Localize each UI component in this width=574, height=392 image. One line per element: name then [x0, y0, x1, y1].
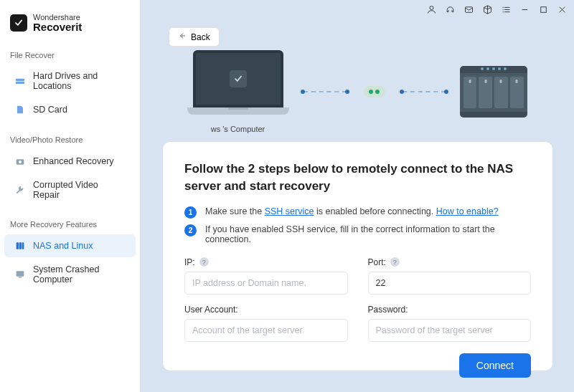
help-icon[interactable]: ?	[390, 257, 400, 267]
svg-point-9	[430, 6, 433, 9]
connect-button[interactable]: Connect	[459, 353, 531, 378]
arrow-left-icon	[178, 32, 187, 42]
minimize-icon[interactable]	[518, 3, 531, 16]
connection-line	[403, 91, 446, 92]
user-icon[interactable]	[425, 3, 438, 16]
ip-input[interactable]	[184, 272, 348, 295]
back-button[interactable]: Back	[169, 27, 220, 47]
svg-rect-1	[16, 81, 24, 83]
sidebar-item-corrupted-video[interactable]: Corrupted Video Repair	[4, 174, 136, 206]
how-to-enable-link[interactable]: How to enable?	[436, 206, 499, 216]
svg-rect-8	[19, 277, 22, 277]
user-input[interactable]	[184, 319, 348, 342]
ip-field-group: IP:?	[184, 257, 348, 295]
maximize-icon[interactable]	[537, 3, 550, 16]
connection-line	[304, 91, 347, 92]
panel-heading: Follow the 2 steps below to remotely con…	[184, 161, 531, 195]
svg-rect-5	[19, 242, 22, 249]
computer-label: ws 's Computer	[187, 125, 289, 133]
hdd-icon	[14, 75, 26, 87]
cube-icon[interactable]	[481, 3, 494, 16]
illustration-stage: ws 's Computer	[140, 0, 574, 142]
port-label: Port:	[368, 257, 386, 267]
main: Back ws 's Computer	[140, 0, 574, 392]
connection-panel: Follow the 2 steps below to remotely con…	[163, 142, 552, 371]
help-icon[interactable]: ?	[199, 257, 209, 267]
user-field-group: User Account:	[184, 305, 348, 342]
svg-rect-10	[465, 6, 472, 12]
svg-rect-4	[17, 242, 19, 249]
monitor-icon	[14, 269, 26, 280]
sidebar-item-label: System Crashed Computer	[33, 264, 126, 285]
nas-icon	[14, 240, 26, 252]
step-badge-1: 1	[184, 206, 197, 219]
sidebar-item-label: NAS and Linux	[33, 241, 93, 251]
sdcard-icon	[14, 104, 26, 115]
mail-icon[interactable]	[462, 3, 475, 16]
password-field-group: Password:	[368, 305, 532, 342]
password-input[interactable]	[368, 319, 532, 342]
svg-point-12	[502, 9, 503, 9]
sidebar-item-label: Corrupted Video Repair	[33, 180, 126, 200]
sidebar-item-label: SD Card	[33, 105, 67, 115]
sidebar: Wondershare Recoverit File Recover Hard …	[0, 0, 140, 392]
svg-rect-14	[540, 6, 546, 12]
laptop-icon	[187, 50, 289, 120]
sidebar-item-label: Hard Drives and Locations	[33, 71, 126, 91]
sidebar-item-sd-card[interactable]: SD Card	[4, 98, 136, 121]
wrench-icon	[14, 184, 26, 196]
ip-label: IP:	[184, 257, 195, 267]
svg-point-11	[502, 6, 503, 7]
camera-icon	[14, 156, 26, 167]
brand-line2: Recoverit	[33, 21, 82, 34]
svg-rect-0	[16, 78, 24, 80]
port-input[interactable]	[368, 272, 532, 295]
section-label: Video/Photo Restore	[0, 123, 140, 148]
logo: Wondershare Recoverit	[0, 13, 140, 38]
step-1: 1 Make sure the SSH service is enabled b…	[184, 206, 531, 219]
connection-chip-icon	[364, 86, 385, 97]
step-2: 2 If you have enabled SSH service, fill …	[184, 224, 531, 244]
list-icon[interactable]	[499, 3, 512, 16]
step-badge-2: 2	[184, 224, 197, 236]
nas-device-icon	[460, 66, 527, 118]
user-label: User Account:	[184, 305, 238, 315]
sidebar-item-label: Enhanced Recovery	[33, 156, 114, 166]
step-text: If you have enabled SSH service, fill in…	[205, 224, 531, 244]
section-label: File Recover	[0, 38, 140, 64]
ssh-service-link[interactable]: SSH service	[265, 206, 314, 216]
titlebar	[425, 3, 568, 16]
svg-point-3	[19, 161, 22, 163]
sidebar-item-hard-drives[interactable]: Hard Drives and Locations	[4, 65, 136, 97]
svg-rect-7	[17, 271, 24, 276]
step-text: is enabled before connecting.	[314, 206, 436, 216]
step-text: Make sure the	[205, 206, 265, 216]
sidebar-item-system-crashed[interactable]: System Crashed Computer	[4, 259, 136, 290]
sidebar-item-enhanced-recovery[interactable]: Enhanced Recovery	[4, 150, 136, 173]
port-field-group: Port:?	[368, 257, 532, 295]
password-label: Password:	[368, 305, 408, 315]
logo-icon	[10, 14, 27, 32]
svg-point-13	[502, 11, 503, 12]
headset-icon[interactable]	[443, 3, 456, 16]
svg-rect-6	[22, 242, 24, 249]
sidebar-item-nas-linux[interactable]: NAS and Linux	[4, 234, 136, 257]
section-label: More Recovery Features	[0, 207, 140, 233]
close-icon[interactable]	[555, 3, 568, 16]
back-label: Back	[191, 32, 210, 42]
